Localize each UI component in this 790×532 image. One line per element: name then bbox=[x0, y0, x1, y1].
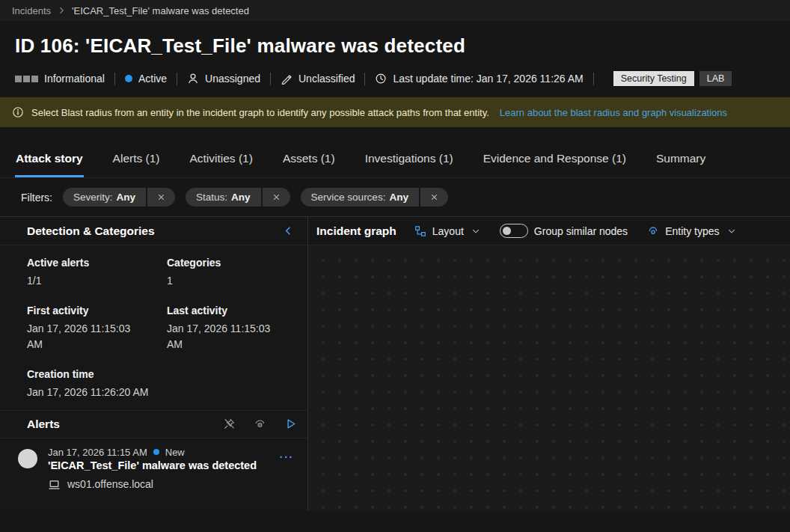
field-value: 1/1 bbox=[27, 273, 167, 290]
unpin-alert-button[interactable] bbox=[223, 418, 236, 430]
tab-activities[interactable]: Activities (1) bbox=[189, 147, 253, 177]
divider bbox=[270, 73, 271, 85]
alerts-section-header: Alerts bbox=[0, 410, 307, 438]
field-label: First activity bbox=[27, 305, 167, 317]
severity-control[interactable]: Informational bbox=[15, 73, 105, 85]
layout-dropdown[interactable]: Layout bbox=[414, 225, 480, 237]
alert-timestamp: Jan 17, 2026 11:15 AM bbox=[48, 447, 147, 458]
incident-tabs: Attack story Alerts (1) Activities (1) A… bbox=[0, 147, 790, 178]
new-status-dot-icon bbox=[153, 449, 159, 455]
field-label: Active alerts bbox=[27, 257, 167, 269]
filter-service-sources-clear-button[interactable] bbox=[420, 188, 448, 207]
page-title: ID 106: 'EICAR_Test_File' malware was de… bbox=[15, 33, 790, 58]
incident-tags: Security Testing LAB bbox=[613, 71, 732, 86]
layout-label: Layout bbox=[432, 225, 464, 237]
play-attack-story-button[interactable] bbox=[284, 418, 297, 430]
breadcrumb-current: 'EICAR_Test_File' malware was detected bbox=[72, 5, 249, 16]
filter-service-sources-button[interactable]: Service sources: Any bbox=[301, 188, 419, 207]
chevron-right-icon bbox=[57, 6, 66, 15]
filters-label: Filters: bbox=[21, 192, 52, 204]
tag-security-testing[interactable]: Security Testing bbox=[613, 71, 694, 86]
field-label: Creation time bbox=[27, 368, 293, 380]
alert-body: Jan 17, 2026 11:15 AM New 'EICAR_Test_Fi… bbox=[48, 447, 275, 491]
banner-learn-more-link[interactable]: Learn about the blast radius and graph v… bbox=[500, 107, 727, 118]
close-icon bbox=[272, 192, 281, 202]
field-value: Jan 17, 2026 11:15:03 AM bbox=[167, 321, 287, 353]
content-area: Detection & Categories Active alerts 1/1… bbox=[0, 217, 790, 511]
incident-status-row: Informational Active Unassigned Unclassi… bbox=[15, 70, 790, 88]
field-active-alerts: Active alerts 1/1 bbox=[27, 257, 167, 290]
active-status-dot-icon bbox=[125, 75, 132, 82]
entity-types-label: Entity types bbox=[665, 225, 719, 237]
field-first-activity: First activity Jan 17, 2026 11:15:03 AM bbox=[27, 305, 167, 353]
classification-control[interactable]: Unclassified bbox=[281, 73, 355, 85]
tab-summary[interactable]: Summary bbox=[655, 147, 706, 177]
alerts-section-title: Alerts bbox=[27, 418, 60, 431]
alert-more-actions-button[interactable]: ... bbox=[275, 447, 298, 462]
field-label: Last activity bbox=[167, 305, 293, 317]
alert-meta: Jan 17, 2026 11:15 AM New bbox=[48, 447, 275, 458]
filter-service-sources-name: Service sources: bbox=[311, 192, 386, 203]
info-icon bbox=[12, 106, 24, 118]
status-label: Active bbox=[138, 73, 167, 85]
tab-assets[interactable]: Assets (1) bbox=[282, 147, 336, 177]
filter-status-value: Any bbox=[231, 192, 251, 203]
filter-severity-button[interactable]: Severity: Any bbox=[63, 188, 146, 207]
pencil-icon bbox=[281, 73, 293, 85]
tab-investigations[interactable]: Investigations (1) bbox=[364, 147, 454, 177]
field-value: Jan 17, 2026 11:26:20 AM bbox=[27, 385, 293, 401]
chevron-down-icon bbox=[471, 227, 480, 236]
field-creation-time: Creation time Jan 17, 2026 11:26:20 AM bbox=[27, 368, 293, 401]
alert-status: New bbox=[165, 447, 185, 458]
divider bbox=[593, 73, 594, 85]
field-value: Jan 17, 2026 11:15:03 AM bbox=[27, 321, 147, 353]
group-similar-nodes-label: Group similar nodes bbox=[534, 225, 628, 237]
divider bbox=[177, 73, 177, 85]
detection-panel-header: Detection & Categories bbox=[0, 217, 307, 245]
field-categories: Categories 1 bbox=[167, 257, 293, 290]
incident-graph-canvas[interactable] bbox=[308, 245, 790, 511]
alert-host-name: ws01.offense.local bbox=[67, 478, 153, 490]
last-update-label: Last update time: Jan 17, 2026 11:26 AM bbox=[393, 73, 583, 85]
severity-label: Informational bbox=[44, 73, 105, 85]
assignment-label: Unassigned bbox=[205, 73, 260, 85]
tab-alerts[interactable]: Alerts (1) bbox=[112, 147, 161, 177]
status-control[interactable]: Active bbox=[125, 73, 167, 85]
entity-types-dropdown[interactable]: Entity types bbox=[647, 225, 735, 237]
group-similar-nodes-toggle[interactable]: Group similar nodes bbox=[500, 224, 628, 238]
filter-severity-clear-button[interactable] bbox=[147, 188, 175, 207]
alert-host: ws01.offense.local bbox=[48, 478, 275, 491]
alert-list-item[interactable]: Jan 17, 2026 11:15 AM New 'EICAR_Test_Fi… bbox=[0, 438, 307, 500]
preview-alert-button[interactable] bbox=[254, 418, 266, 430]
filter-severity-name: Severity: bbox=[73, 192, 113, 203]
pin-slash-icon bbox=[223, 418, 236, 430]
filter-status-clear-button[interactable] bbox=[263, 188, 290, 207]
banner-message: Select Blast radius from an entity in th… bbox=[31, 107, 489, 118]
tab-evidence-response[interactable]: Evidence and Response (1) bbox=[483, 147, 627, 177]
assignment-control[interactable]: Unassigned bbox=[187, 73, 260, 85]
filter-pill-service-sources: Service sources: Any bbox=[301, 188, 448, 207]
collapse-panel-button[interactable] bbox=[283, 225, 294, 236]
filter-severity-value: Any bbox=[117, 192, 136, 203]
tab-attack-story[interactable]: Attack story bbox=[15, 147, 84, 177]
breadcrumb-incidents-link[interactable]: Incidents bbox=[12, 5, 51, 16]
alert-title: 'EICAR_Test_File' malware was detected bbox=[48, 459, 275, 471]
toggle-switch-off[interactable] bbox=[500, 224, 528, 238]
info-banner: Select Blast radius from an entity in th… bbox=[0, 97, 790, 127]
chevron-down-icon bbox=[727, 227, 736, 236]
filter-pill-status: Status: Any bbox=[186, 188, 290, 207]
last-update-time: Last update time: Jan 17, 2026 11:26 AM bbox=[375, 73, 583, 85]
filter-status-button[interactable]: Status: Any bbox=[186, 188, 261, 207]
detection-fields: Active alerts 1/1 Categories 1 First act… bbox=[0, 245, 307, 410]
filter-status-name: Status: bbox=[196, 192, 227, 203]
detection-panel-title: Detection & Categories bbox=[27, 224, 155, 238]
close-icon bbox=[429, 192, 439, 202]
tag-lab[interactable]: LAB bbox=[699, 71, 732, 86]
divider bbox=[364, 73, 365, 85]
filter-pill-severity: Severity: Any bbox=[63, 188, 175, 207]
incident-graph-header: Incident graph Layout Group similar node… bbox=[308, 217, 790, 245]
breadcrumb: Incidents 'EICAR_Test_File' malware was … bbox=[0, 0, 790, 21]
layout-icon bbox=[414, 225, 426, 237]
eye-icon bbox=[254, 418, 266, 430]
filter-service-sources-value: Any bbox=[389, 192, 408, 203]
